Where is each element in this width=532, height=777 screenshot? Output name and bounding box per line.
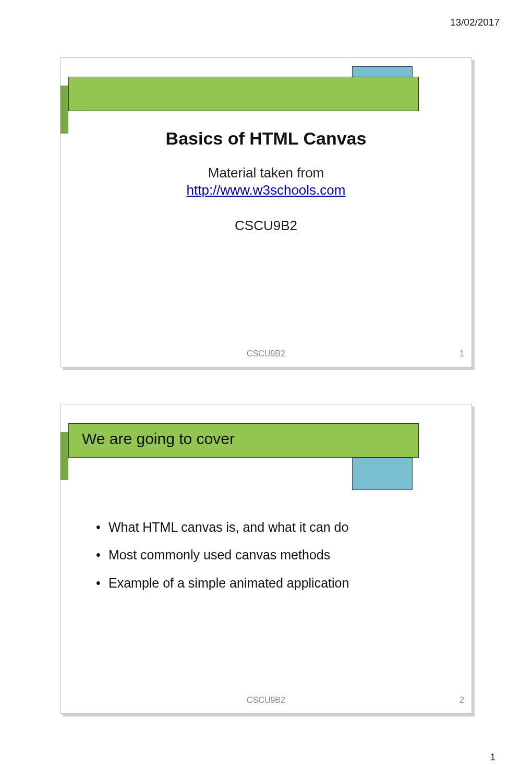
accent-green-side	[61, 432, 68, 480]
slide-1-content: Basics of HTML Canvas Material taken fro…	[61, 128, 471, 235]
list-item: What HTML canvas is, and what it can do	[92, 519, 451, 535]
slide-1-subtitle-line1: Material taken from	[61, 164, 471, 182]
slide-2: We are going to cover What HTML canvas i…	[60, 404, 472, 714]
slide-2-bar-title: We are going to cover	[82, 430, 235, 448]
accent-teal-box	[352, 458, 413, 490]
slide-1-footer: CSCU9B2 1	[61, 349, 471, 362]
slides-container: Basics of HTML Canvas Material taken fro…	[60, 57, 472, 750]
accent-green-side	[61, 86, 68, 134]
slide-2-footer-number: 2	[460, 696, 464, 705]
slide-1-footer-number: 1	[460, 349, 464, 358]
title-green-bar	[68, 77, 419, 111]
list-item: Example of a simple animated application	[92, 575, 451, 591]
slide-1-source-link[interactable]: http://www.w3schools.com	[187, 182, 346, 198]
slide-1-title: Basics of HTML Canvas	[61, 128, 471, 149]
slide-2-footer-center: CSCU9B2	[247, 696, 285, 705]
slide-2-bullet-list: What HTML canvas is, and what it can do …	[92, 519, 451, 603]
title-green-bar: We are going to cover	[68, 423, 419, 458]
slide-1: Basics of HTML Canvas Material taken fro…	[60, 57, 472, 367]
slide-2-footer: CSCU9B2 2	[61, 696, 471, 708]
list-item: Most commonly used canvas methods	[92, 547, 451, 563]
page-header-date: 13/02/2017	[450, 17, 500, 28]
page-footer-number: 1	[490, 751, 495, 763]
slide-1-course-code: CSCU9B2	[61, 217, 471, 235]
slide-1-footer-center: CSCU9B2	[247, 349, 285, 358]
